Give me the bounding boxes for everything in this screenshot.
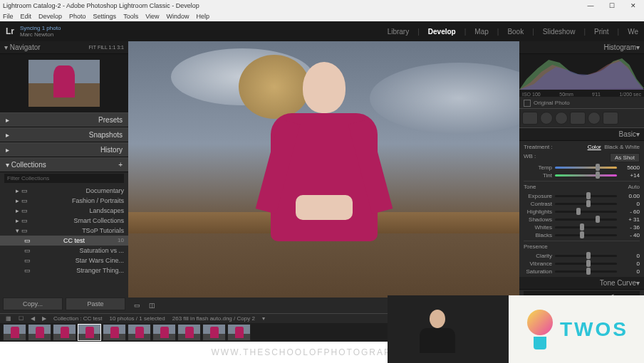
filmstrip-thumb[interactable] <box>177 324 201 341</box>
histogram-header[interactable]: Histogram ▾ <box>519 41 644 54</box>
add-collection-icon[interactable]: + <box>118 161 123 169</box>
treatment-color[interactable]: Color <box>588 144 601 150</box>
menu-photo[interactable]: Photo <box>69 13 86 20</box>
maximize-button[interactable]: ☐ <box>601 0 623 11</box>
loupe-view-icon[interactable]: ▭ <box>134 302 140 309</box>
menu-help[interactable]: Help <box>197 13 210 20</box>
before-after-icon[interactable]: ◫ <box>149 302 155 309</box>
fs-dropdown-icon[interactable]: ▾ <box>262 315 265 322</box>
collection-item[interactable]: ▸ ▭ Fashion / Portraits <box>0 196 128 206</box>
filmstrip-thumb[interactable] <box>227 324 251 341</box>
navigator-zoom-modes[interactable]: FIT FILL 1:1 3:1 <box>89 45 124 50</box>
module-book[interactable]: Book <box>507 28 524 36</box>
menu-view[interactable]: View <box>145 13 159 20</box>
blacks-slider[interactable] <box>555 234 617 236</box>
collections-header[interactable]: ▾ Collections+ <box>0 157 128 172</box>
module-print[interactable]: Print <box>594 28 609 36</box>
close-button[interactable]: ✕ <box>623 0 644 11</box>
histo-iso: ISO 100 <box>522 92 541 97</box>
temp-slider[interactable] <box>555 167 617 169</box>
collection-item[interactable]: ▭ Star Wars Cine... <box>0 256 128 265</box>
tint-slider[interactable] <box>555 174 617 177</box>
collection-item[interactable]: ▭ Saturation vs ... <box>0 246 128 256</box>
navigator-preview[interactable] <box>0 54 128 112</box>
user-name[interactable]: Marc Newton <box>20 31 61 38</box>
navigator-header[interactable]: ▾ Navigator FIT FILL 1:1 3:1 <box>0 41 128 54</box>
saturation-value[interactable]: 0 <box>620 268 640 275</box>
wb-dropdown[interactable]: As Shot <box>610 153 640 162</box>
fs-nav-back-icon[interactable]: ◀ <box>31 315 35 322</box>
contrast-slider[interactable] <box>555 203 617 205</box>
menu-edit[interactable]: Edit <box>21 13 32 20</box>
clarity-slider[interactable] <box>555 255 617 257</box>
basic-header[interactable]: Basic ▾ <box>519 128 644 141</box>
original-photo-checkbox[interactable] <box>524 100 531 107</box>
radial-filter-icon[interactable] <box>588 112 601 125</box>
crop-tool-icon[interactable] <box>522 112 538 125</box>
auto-tone-button[interactable]: Auto <box>628 184 640 190</box>
menu-settings[interactable]: Settings <box>93 13 117 20</box>
collection-item[interactable]: ▸ ▭ Smart Collections <box>0 216 128 226</box>
second-window-icon[interactable]: ☐ <box>19 315 24 322</box>
menu-window[interactable]: Window <box>167 13 189 20</box>
collection-item[interactable]: ▸ ▭ Landscapes <box>0 206 128 216</box>
whites-slider[interactable] <box>555 226 617 228</box>
module-slideshow[interactable]: Slideshow <box>543 28 576 36</box>
treatment-bw[interactable]: Black & White <box>604 144 640 150</box>
contrast-value[interactable]: 0 <box>620 201 640 207</box>
menu-develop[interactable]: Develop <box>38 13 62 20</box>
fs-nav-fwd-icon[interactable]: ▶ <box>42 315 46 322</box>
filmstrip-collection[interactable]: Collection : CC test <box>53 315 102 322</box>
exposure-slider[interactable] <box>555 195 617 197</box>
filmstrip-thumb[interactable] <box>128 324 151 341</box>
sync-status[interactable]: Syncing 1 photo <box>20 25 61 31</box>
histogram-display[interactable]: ISO 100 50mm f/11 1/200 sec <box>519 54 644 97</box>
vibrance-slider[interactable] <box>555 263 617 265</box>
navigator-thumbnail[interactable] <box>28 60 100 107</box>
shadows-slider[interactable] <box>555 219 617 221</box>
snapshots-header[interactable]: ▸ Snapshots <box>0 127 128 142</box>
filmstrip-thumb[interactable] <box>152 324 176 341</box>
module-library[interactable]: Library <box>388 28 410 36</box>
vibrance-value[interactable]: 0 <box>620 261 640 267</box>
grid-view-icon[interactable]: ▦ <box>6 315 11 322</box>
exposure-value[interactable]: 0.00 <box>620 193 640 199</box>
minimize-button[interactable]: — <box>580 0 601 11</box>
paste-button[interactable]: Paste <box>66 298 125 310</box>
photo-content <box>253 62 395 275</box>
spot-removal-icon[interactable] <box>540 112 553 125</box>
filmstrip-thumb[interactable] <box>3 324 26 341</box>
clarity-value[interactable]: 0 <box>620 253 640 259</box>
module-develop[interactable]: Develop <box>428 28 456 36</box>
filmstrip-thumb[interactable] <box>53 324 76 341</box>
highlights-slider[interactable] <box>555 211 617 213</box>
tint-value[interactable]: +14 <box>620 172 640 179</box>
module-map[interactable]: Map <box>474 28 488 36</box>
menu-file[interactable]: File <box>3 13 14 20</box>
whites-value[interactable]: - 36 <box>620 224 640 231</box>
main-photo[interactable] <box>128 41 519 298</box>
tone-curve-header[interactable]: Tone Curve ▾ <box>519 277 644 290</box>
collection-item[interactable]: ▾ ▭ TSoP Tutorials <box>0 226 128 236</box>
filmstrip-thumb[interactable] <box>103 324 126 341</box>
gradient-filter-icon[interactable] <box>570 112 586 125</box>
collection-item[interactable]: ▭ Stranger Thing... <box>0 265 128 275</box>
saturation-slider[interactable] <box>555 270 617 273</box>
history-header[interactable]: ▸ History <box>0 142 128 157</box>
filmstrip-thumb[interactable] <box>28 324 51 341</box>
brush-tool-icon[interactable] <box>603 112 618 125</box>
filmstrip-thumb-selected[interactable] <box>78 324 101 341</box>
filter-collections-input[interactable]: Filter Collections <box>4 174 124 183</box>
shadows-value[interactable]: + 31 <box>620 216 640 223</box>
collection-item-selected[interactable]: ▭ CC test10 <box>0 236 128 246</box>
blacks-value[interactable]: - 40 <box>620 232 640 238</box>
redeye-icon[interactable] <box>555 112 568 125</box>
filmstrip-thumb[interactable] <box>202 324 226 341</box>
highlights-value[interactable]: - 60 <box>620 209 640 215</box>
collection-item[interactable]: ▸ ▭ Documentary <box>0 186 128 196</box>
presets-header[interactable]: ▸ Presets <box>0 112 128 127</box>
module-web[interactable]: We <box>628 28 638 36</box>
menu-tools[interactable]: Tools <box>123 13 138 20</box>
temp-value[interactable]: 5600 <box>620 164 640 171</box>
copy-button[interactable]: Copy... <box>3 298 63 310</box>
